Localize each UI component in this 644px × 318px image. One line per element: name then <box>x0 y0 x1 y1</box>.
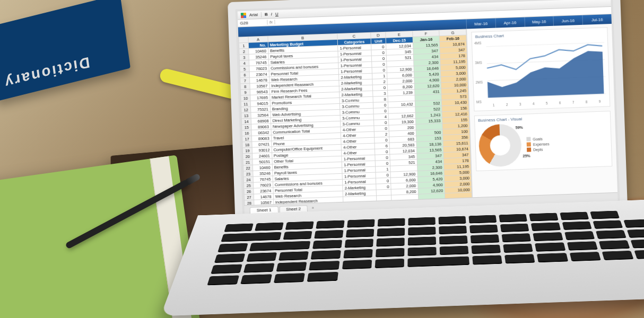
keyboard-key[interactable] <box>315 230 343 239</box>
keyboard-key[interactable] <box>439 226 467 234</box>
keyboard-key[interactable] <box>345 229 374 238</box>
keyboard-key[interactable] <box>439 235 468 244</box>
timeline-month[interactable]: Mar-16 <box>466 19 495 29</box>
keyboard-key[interactable] <box>376 237 405 246</box>
bold-button[interactable]: B <box>265 12 268 17</box>
keyboard-key[interactable] <box>503 243 533 252</box>
fx-icon[interactable]: fx <box>267 20 275 24</box>
keyboard-key[interactable] <box>438 216 466 225</box>
keyboard-key[interactable] <box>630 239 644 248</box>
keyboard-key[interactable] <box>217 243 248 252</box>
keyboard-key[interactable] <box>407 247 436 257</box>
keyboard-key[interactable] <box>279 251 309 261</box>
pie-chart[interactable]: Business Chart - Visual 59% 25% Goals Ex… <box>474 111 613 171</box>
pie-callout-2: 25% <box>523 154 530 157</box>
keyboard-key[interactable] <box>276 262 307 271</box>
keyboard[interactable] <box>207 210 644 285</box>
keyboard-key[interactable] <box>537 253 568 262</box>
keyboard-key[interactable] <box>311 250 341 260</box>
add-sheet-button[interactable]: + <box>309 206 317 211</box>
keyboard-key[interactable] <box>502 233 531 242</box>
keyboard-key[interactable] <box>567 241 597 250</box>
keyboard-key[interactable] <box>504 254 535 263</box>
keyboard-key[interactable] <box>469 215 497 224</box>
keyboard-key[interactable] <box>283 231 312 240</box>
keyboard-key[interactable] <box>564 231 595 240</box>
pie-legend: Goals Expenses Depts <box>526 135 550 153</box>
keyboard-key[interactable] <box>535 242 565 251</box>
keyboard-key[interactable] <box>569 252 601 261</box>
name-box[interactable]: G28 <box>238 20 267 26</box>
keyboard-key[interactable] <box>285 222 314 230</box>
laptop-screen: Arial B I U G28 fx Mar-16 Apr-16 May-16 … <box>238 0 618 215</box>
dictionary-book: Dictionary <box>0 0 130 101</box>
keyboard-key[interactable] <box>627 229 644 238</box>
keyboard-key[interactable] <box>376 248 405 258</box>
font-name-selector[interactable]: Arial <box>249 12 258 17</box>
laptop: Arial B I U G28 fx Mar-16 Apr-16 May-16 … <box>222 0 644 318</box>
keyboard-key[interactable] <box>343 249 372 259</box>
keyboard-key[interactable] <box>344 238 373 248</box>
keyboard-key[interactable] <box>408 227 436 235</box>
keyboard-key[interactable] <box>593 220 623 228</box>
svg-line-0 <box>486 42 605 47</box>
keyboard-key[interactable] <box>469 225 498 233</box>
keyboard-key[interactable] <box>602 251 633 260</box>
svg-marker-4 <box>486 50 604 98</box>
keyboard-key[interactable] <box>221 232 282 242</box>
keyboard-key[interactable] <box>274 273 305 283</box>
underline-button[interactable]: U <box>275 12 279 16</box>
keyboard-key[interactable] <box>214 253 246 263</box>
line-chart[interactable]: Business Chart 4MS 3MS 2MS MS <box>471 27 610 111</box>
keyboard-key[interactable] <box>598 240 630 249</box>
keyboard-key[interactable] <box>377 218 405 227</box>
keyboard-key[interactable] <box>623 219 644 227</box>
keyboard-key[interactable] <box>243 263 275 272</box>
keyboard-key[interactable] <box>472 255 502 264</box>
keyboard-key[interactable] <box>247 252 277 262</box>
keyboard-key[interactable] <box>407 257 469 267</box>
keyboard-key[interactable] <box>408 217 436 226</box>
keyboard-key[interactable] <box>472 245 501 254</box>
laptop-deck <box>161 199 644 316</box>
pie-callout-1: 59% <box>516 126 523 129</box>
timeline-month[interactable]: Jul-16 <box>582 14 612 25</box>
keyboard-key[interactable] <box>309 261 340 270</box>
keyboard-key[interactable] <box>590 211 620 219</box>
keyboard-key[interactable] <box>408 236 436 245</box>
keyboard-key[interactable] <box>342 260 372 269</box>
keyboard-key[interactable] <box>224 223 254 232</box>
keyboard-key[interactable] <box>499 214 528 223</box>
keyboard-key[interactable] <box>560 212 589 220</box>
keyboard-key[interactable] <box>240 274 272 284</box>
keyboard-key[interactable] <box>440 246 469 255</box>
timeline-month[interactable]: Apr-16 <box>495 17 524 28</box>
keyboard-key[interactable] <box>471 234 500 243</box>
keyboard-key[interactable] <box>211 264 242 274</box>
keyboard-key[interactable] <box>596 230 626 239</box>
timeline-month[interactable]: Jun-16 <box>553 15 582 26</box>
spreadsheet-grid[interactable]: A B C D E F G 1 No. Market <box>238 29 472 205</box>
line-chart-svg <box>475 37 606 103</box>
keyboard-key[interactable] <box>634 250 644 259</box>
keyboard-key[interactable] <box>207 275 239 285</box>
keyboard-key[interactable] <box>377 228 405 237</box>
charts-panel: Business Chart 4MS 3MS 2MS MS <box>466 24 617 197</box>
italic-button[interactable]: I <box>271 12 273 16</box>
keyboard-key[interactable] <box>307 272 338 282</box>
keyboard-key[interactable] <box>255 222 284 231</box>
keyboard-key[interactable] <box>347 219 375 228</box>
timeline-month[interactable]: May-16 <box>524 16 553 27</box>
keyboard-key[interactable] <box>531 223 560 231</box>
keyboard-key[interactable] <box>316 220 344 229</box>
pie-graphic <box>478 123 522 167</box>
keyboard-key[interactable] <box>375 259 404 268</box>
keyboard-key[interactable] <box>562 222 591 230</box>
keyboard-key[interactable] <box>500 224 529 232</box>
app-logo-icon <box>241 12 246 17</box>
keyboard-key[interactable] <box>312 240 342 249</box>
keyboard-key[interactable] <box>533 232 563 241</box>
keyboard-key[interactable] <box>249 241 311 251</box>
keyboard-key[interactable] <box>529 213 558 222</box>
spreadsheet-app: Arial B I U G28 fx Mar-16 Apr-16 May-16 … <box>238 0 618 215</box>
